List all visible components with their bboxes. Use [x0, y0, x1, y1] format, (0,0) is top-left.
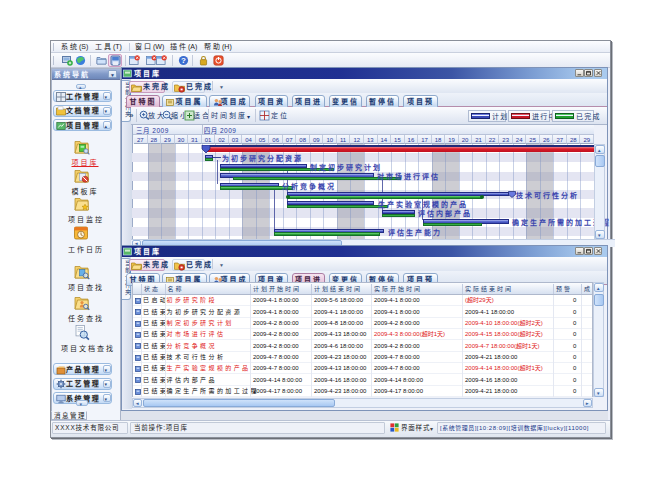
svg-text:?: ?: [181, 56, 186, 65]
